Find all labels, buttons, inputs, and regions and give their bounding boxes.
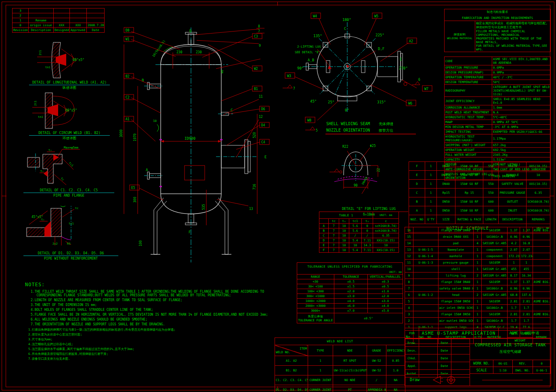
table-cell: 150# SO RF (455, 162, 483, 171)
table-cell: UW-52 (367, 366, 386, 375)
dim-label: tc1 (68, 161, 74, 168)
table-cell: D (409, 180, 425, 189)
sign-cell: Desn. (405, 347, 419, 354)
sign-empty-cell (451, 354, 470, 362)
table-cell (533, 240, 550, 247)
header-efficiency: EFFICIENCY (386, 345, 405, 356)
box-label: W3 (287, 74, 291, 78)
note-item: 3.THE UNIT OF THE DIMENSION IS mm; (31, 303, 283, 307)
table-cell: 10 (339, 238, 349, 243)
welding-material-en: WELDING MATERIAL (445, 37, 474, 40)
dim-230-left: 230 (176, 50, 183, 54)
table-cell: ±0.5 (368, 284, 403, 289)
table-cell (533, 247, 550, 253)
nozzle-orientation-view: 180° 135° 225° 90° 270° 45° 25° 315° 0° … (279, 9, 442, 136)
table-cell: 10 (373, 243, 399, 248)
table-cell: 1.17Mpa (492, 134, 551, 143)
balloon: 11 (259, 95, 263, 99)
sign-empty-cell (451, 347, 470, 354)
table-cell: t₁ (339, 219, 349, 224)
table-cell: E (319, 243, 329, 248)
table-cell: Approved by (70, 28, 87, 33)
sign-cell: Date (438, 362, 451, 370)
dim-label: tn1 (45, 66, 50, 69)
table-cell: c (373, 219, 399, 224)
table-cell: 40℃ / -3℃ (492, 75, 551, 80)
table-cell (413, 311, 438, 318)
note-item: 3.尺寸单位为mm; (28, 337, 283, 342)
table-cell: XXS(10.15) (527, 162, 550, 171)
angle-225: 225° (376, 33, 384, 37)
table-cell: XXS(10.15) (527, 180, 550, 189)
angle-tolerance-cn: 角度公差值 (298, 314, 333, 319)
sign-empty-cell (451, 362, 470, 370)
table-cell: 15 (405, 234, 413, 240)
table-cell: SCH160(8.74) (527, 206, 550, 215)
box-label: D8 (126, 29, 130, 32)
table-cell: pressure gauge (438, 260, 473, 266)
table-cell: 2.81 (508, 311, 520, 318)
table-cell: 1000< <2000 (297, 299, 334, 304)
table-cell: 1 (473, 285, 482, 292)
table-cell: tc1 (349, 219, 361, 224)
balloon: 8 (258, 25, 260, 28)
detail-title: DETAIL OF CIRCUM WELD (B1. B2) (29, 131, 110, 136)
table-cell: U-06-1-5 (413, 247, 438, 253)
table-cell: UW-11(a)(5)(b)SPOT (333, 366, 367, 375)
table-cell: 14 (405, 240, 413, 247)
notes-english: 1.THE FILLET WELD THROAT SIZE SHALL BE S… (25, 290, 283, 326)
table-cell: 3000< (297, 308, 334, 313)
table-cell: 10 (339, 228, 349, 233)
table-cell: Rename (29, 18, 54, 23)
table-cell: 2.81 (520, 311, 533, 318)
table-cell: MIN DESIGN METAL TEMP (445, 125, 492, 130)
table-cell: 0.9MPa (492, 70, 551, 75)
table-cell: 0 (361, 228, 373, 233)
parts-list: 16flange 150# DN401SA105M1.371.37ASME B1… (405, 227, 550, 344)
tolerance-title: TOLERANCE UNLESS SPECIFIED FOR FABRICATI… (297, 263, 403, 270)
table-cell (319, 219, 329, 224)
drawing-number-grid: WORK NO. 06-U1 REV. 0 SCALE 1:10 DWG. NO… (470, 360, 550, 386)
table-cell: 1.7 (520, 305, 533, 311)
table-cell: 172.234 (520, 253, 533, 260)
body-cn-1: 确定金属的化学成分、机械性能和母材与焊접相匹配, (476, 21, 550, 25)
table-cell: pad (438, 240, 473, 247)
table-cell: 550 (483, 180, 499, 189)
nozzle-d-label: D (189, 29, 191, 33)
box-label: C2 (126, 96, 130, 99)
asme-title-cn: ASME U 钢印申请 (498, 328, 550, 338)
table-cell: 692.5kg (492, 148, 551, 153)
table-cell: A (409, 206, 425, 215)
table-cell: 2008.7.28 (87, 23, 105, 28)
revision-table: 321Rename0origin issueXXXXXX2008.7.28Rev… (12, 8, 104, 33)
table-cell: 1 (13, 18, 29, 23)
table-cell: 0.96 (508, 234, 520, 240)
table-cell: 1 (473, 305, 482, 311)
table-cell (413, 266, 438, 273)
table-cell: 150# SO RF (455, 206, 483, 215)
detail-pipe-flange-figure: Max=φ5mm t₁ tc1 tc t₁ (23, 146, 114, 187)
nozzle-c-label: C (231, 108, 233, 112)
table-cell: 10 (339, 224, 349, 228)
table-cell: DN40 (437, 162, 455, 171)
table-cell: C (409, 189, 425, 197)
table-cell: 1 (425, 180, 436, 189)
table-cell: 1 (425, 197, 436, 206)
table-cell: 137.6 (520, 292, 533, 298)
table-cell: SCH160(8.74) (527, 197, 550, 206)
table-cell: D (319, 238, 329, 243)
product-name-cell: COMPRESSED AIR STORAGE TANK 压缩空气储罐 (470, 339, 551, 360)
scale-label: SCALE (470, 367, 493, 374)
table-cell (413, 298, 438, 305)
table-cell: ASME SEC.VIII DIV.1,2007ED.AND 08 ADDEND… (492, 57, 551, 65)
dwg-no-value: U-06-1 (533, 367, 551, 374)
table-cell: 2 (405, 318, 413, 324)
work-no-value: 06-U1 (493, 360, 513, 367)
angle-135: 135° (313, 34, 322, 38)
table-cell: 3 (405, 311, 413, 318)
box-label: E5 (131, 186, 135, 190)
table-cell: N.A (492, 110, 551, 115)
note-item: 7.THE ORIENTATION OF NOZZLE AND SUPPORT … (31, 323, 283, 326)
detail-pipe-no-reinforcement-figure: 45°±5° t₁ tc1 tc 2±2 R3 (23, 205, 118, 249)
table-cell: ±4.0 (334, 299, 368, 304)
